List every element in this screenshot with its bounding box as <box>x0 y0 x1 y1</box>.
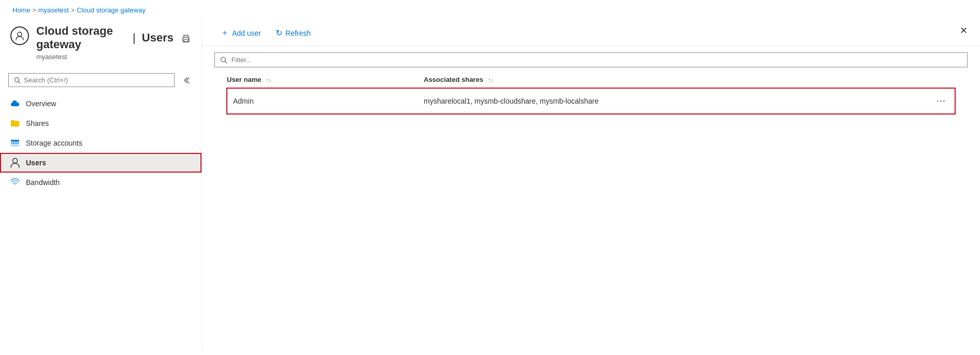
close-button[interactable]: ✕ <box>955 22 972 39</box>
toolbar: ＋ Add user ↻ Refresh <box>202 18 980 46</box>
breadcrumb: Home > myasetest > Cloud storage gateway <box>0 0 980 18</box>
sidebar-subtitle: myasetest <box>36 53 191 61</box>
svg-line-5 <box>19 81 20 83</box>
sidebar-item-storage-accounts[interactable]: Storage accounts <box>0 133 201 153</box>
svg-line-11 <box>225 61 226 63</box>
page-title-section: Users <box>142 31 174 45</box>
sidebar-item-users-label: Users <box>26 159 46 167</box>
avatar <box>10 26 29 45</box>
search-icon <box>14 77 21 84</box>
storage-icon <box>10 138 20 148</box>
cell-actions: ··· <box>933 88 955 114</box>
svg-rect-6 <box>11 139 19 141</box>
sidebar-item-overview-label: Overview <box>26 100 56 108</box>
table-row: Admin mysharelocal1, mysmb-cloudshare, m… <box>227 88 955 114</box>
breadcrumb-current[interactable]: Cloud storage gateway <box>77 6 146 14</box>
wifi-icon <box>10 178 20 187</box>
sort-icon-shares: ↑↓ <box>488 78 494 83</box>
sidebar: Cloud storage gateway | Users myasetest <box>0 18 202 350</box>
content-area: ✕ ＋ Add user ↻ Refresh <box>202 18 980 350</box>
users-table: User name ↑↓ Associated shares ↑↓ Admin … <box>227 72 955 114</box>
person-icon <box>10 158 20 167</box>
nav-items: Overview Shares <box>0 92 201 194</box>
more-options-button[interactable]: ··· <box>933 94 949 107</box>
search-input[interactable] <box>24 76 169 84</box>
collapse-button[interactable] <box>179 73 193 88</box>
add-icon: ＋ <box>221 27 229 38</box>
filter-input-container[interactable] <box>214 52 968 67</box>
folder-icon <box>10 119 20 128</box>
refresh-button[interactable]: ↻ Refresh <box>269 25 317 41</box>
breadcrumb-myasetest[interactable]: myasetest <box>38 6 69 14</box>
filter-search-icon <box>220 56 227 64</box>
cloud-icon <box>10 99 20 108</box>
search-container <box>0 69 201 92</box>
cell-shares: mysharelocal1, mysmb-cloudshare, mysmb-l… <box>424 88 933 114</box>
svg-rect-7 <box>11 142 19 144</box>
breadcrumb-sep2: > <box>71 7 75 14</box>
sidebar-item-overview[interactable]: Overview <box>0 94 201 113</box>
col-header-username[interactable]: User name ↑↓ <box>227 72 424 88</box>
sidebar-item-storage-accounts-label: Storage accounts <box>26 139 82 147</box>
sidebar-item-bandwidth-label: Bandwidth <box>26 178 60 187</box>
col-header-shares[interactable]: Associated shares ↑↓ <box>424 72 933 88</box>
breadcrumb-home[interactable]: Home <box>12 6 31 14</box>
svg-rect-2 <box>184 39 188 41</box>
svg-point-9 <box>13 158 18 163</box>
filter-bar <box>202 46 980 72</box>
filter-input[interactable] <box>232 56 962 64</box>
svg-point-3 <box>188 38 189 39</box>
sort-icon-username: ↑↓ <box>266 78 271 83</box>
sidebar-item-bandwidth[interactable]: Bandwidth <box>0 173 201 192</box>
add-user-label: Add user <box>232 29 261 37</box>
refresh-label: Refresh <box>285 29 311 37</box>
sidebar-item-shares[interactable]: Shares <box>0 113 201 133</box>
breadcrumb-sep1: > <box>33 7 36 14</box>
refresh-icon: ↻ <box>276 28 282 38</box>
search-box[interactable] <box>8 73 175 87</box>
title-separator: | <box>129 31 139 45</box>
print-icon[interactable] <box>181 34 191 46</box>
sidebar-item-users[interactable]: Users <box>0 153 201 173</box>
sidebar-header: Cloud storage gateway | Users myasetest <box>0 18 201 69</box>
table-container: User name ↑↓ Associated shares ↑↓ Admin … <box>202 72 980 114</box>
col-header-actions <box>933 72 955 88</box>
cell-username: Admin <box>227 88 424 114</box>
sidebar-title-block: Cloud storage gateway | Users myasetest <box>36 24 191 61</box>
svg-point-0 <box>18 32 22 36</box>
svg-rect-8 <box>11 144 19 146</box>
sidebar-item-shares-label: Shares <box>26 119 49 127</box>
add-user-button[interactable]: ＋ Add user <box>214 24 267 41</box>
page-title-main: Cloud storage gateway <box>36 24 126 52</box>
